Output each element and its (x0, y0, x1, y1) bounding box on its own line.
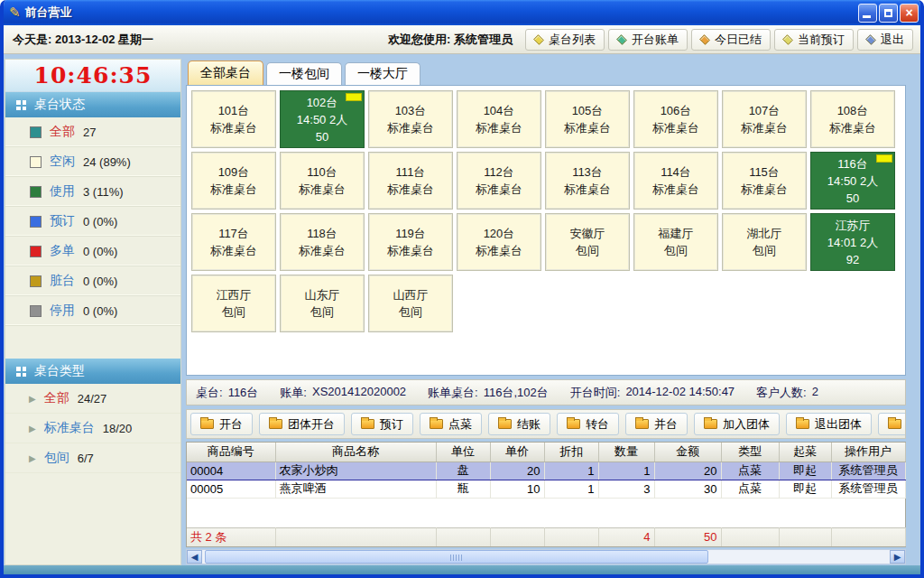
scroll-left-button[interactable]: ◀ (187, 550, 202, 564)
status-filter-item[interactable]: 全部 27 (5, 117, 180, 147)
type-filter-item[interactable]: ▶ 标准桌台 18/20 (5, 414, 180, 443)
table-cell[interactable]: 102台14:50 2人50 (280, 90, 365, 148)
table-cell[interactable]: 104台标准桌台 (457, 90, 541, 148)
action-button-label: 退出团体 (815, 416, 862, 433)
cell-serve: 即起 (779, 461, 831, 480)
info-button[interactable]: 今日已结 (691, 29, 771, 51)
table-cell[interactable]: 湖北厅包间 (722, 213, 807, 271)
action-button[interactable]: 取消账单 (878, 413, 906, 435)
info-button[interactable]: 退出 (857, 29, 913, 51)
table-cell[interactable]: 106台标准桌台 (633, 90, 718, 148)
minimize-button[interactable] (858, 4, 877, 23)
status-count: 27 (83, 126, 96, 139)
table-cell[interactable]: 120台标准桌台 (457, 213, 541, 271)
status-filter-item[interactable]: 使用 3 (11%) (5, 177, 180, 207)
scrollbar-track[interactable] (202, 550, 890, 564)
table-type-title: 桌台类型 (34, 363, 85, 379)
status-filter-item[interactable]: 多单 0 (0%) (5, 237, 180, 266)
status-filter-item[interactable]: 脏台 0 (0%) (5, 266, 180, 296)
table-cell[interactable]: 113台标准桌台 (545, 152, 630, 210)
table-cell[interactable]: 江苏厅14:01 2人92 (810, 213, 895, 271)
type-filter-item[interactable]: ▶ 全部 24/27 (5, 384, 180, 414)
order-row[interactable]: 00004 农家小炒肉 盘 20 1 1 20 点菜 即起 系统管理员 (187, 461, 905, 480)
scroll-right-button[interactable]: ▶ (890, 550, 905, 564)
table-cell[interactable]: 福建厅包间 (633, 213, 718, 271)
close-button[interactable]: × (900, 4, 919, 23)
sidebar: 10:46:35 桌台状态 全部 27 空闲 24 (89%) (5, 59, 181, 565)
status-filter-item[interactable]: 停用 0 (0%) (5, 296, 180, 326)
info-button[interactable]: 当前预订 (774, 29, 854, 51)
table-cell[interactable]: 108台标准桌台 (810, 90, 895, 148)
action-button[interactable]: 转台 (557, 413, 619, 435)
order-column-header[interactable]: 商品编号 (187, 443, 275, 461)
totals-blank (721, 527, 779, 546)
table-cell[interactable]: 119台标准桌台 (368, 213, 453, 271)
horizontal-scrollbar[interactable]: ◀ ▶ (186, 549, 906, 564)
table-cell[interactable]: 江西厅包间 (191, 275, 276, 332)
info-button[interactable]: 开台账单 (608, 29, 688, 51)
status-count: 0 (0%) (83, 245, 117, 258)
status-swatch-icon (30, 275, 42, 287)
table-status-title: 桌台状态 (34, 97, 85, 113)
order-column-header[interactable]: 类型 (721, 443, 779, 461)
action-button[interactable]: 结账 (488, 413, 550, 435)
status-filter-item[interactable]: 空闲 24 (89%) (5, 147, 180, 177)
action-button[interactable]: 开台 (190, 413, 253, 435)
order-column-header[interactable]: 数量 (598, 443, 654, 461)
order-column-header[interactable]: 单价 (490, 443, 544, 461)
table-cell[interactable]: 101台标准桌台 (191, 90, 276, 148)
cell-name: 燕京啤酒 (275, 480, 436, 498)
order-column-header[interactable]: 折扣 (544, 443, 598, 461)
status-count: 3 (11%) (83, 185, 124, 199)
app-window: ✎ 前台营业 × 今天是: 2013-12-02 星期一 欢迎您使用: 系统管理… (0, 0, 924, 578)
table-cell[interactable]: 109台标准桌台 (191, 152, 276, 210)
table-cell[interactable]: 110台标准桌台 (280, 152, 365, 210)
totals-blank (544, 527, 598, 546)
table-cell-text: 111台标准桌台 (369, 163, 452, 198)
status-filter-item[interactable]: 预订 0 (0%) (5, 207, 180, 237)
action-button[interactable]: 加入团体 (694, 413, 780, 435)
table-cell[interactable]: 安徽厅包间 (545, 213, 630, 271)
order-column-header[interactable]: 单位 (436, 443, 490, 461)
floor-tab[interactable]: 一楼大厅 (345, 62, 420, 85)
totals-blank (275, 527, 436, 546)
table-cell[interactable]: 山东厅包间 (280, 275, 365, 332)
floor-tab[interactable]: 全部桌台 (188, 61, 263, 85)
action-button[interactable]: 并台 (625, 413, 688, 435)
table-cell[interactable]: 山西厅包间 (368, 275, 453, 332)
order-column-header[interactable]: 金额 (654, 443, 721, 461)
order-row[interactable]: 00005 燕京啤酒 瓶 10 1 3 30 点菜 即起 系统管理员 (187, 480, 905, 498)
cell-price: 20 (490, 461, 544, 480)
scrollbar-thumb[interactable] (205, 550, 708, 564)
table-cell[interactable]: 117台标准桌台 (191, 213, 276, 271)
floor-tabs: 全部桌台 一楼包间 一楼大厅 (188, 61, 420, 85)
order-column-header[interactable]: 起菜 (779, 443, 831, 461)
info-button[interactable]: 桌台列表 (525, 29, 605, 51)
floor-tab[interactable]: 一楼包间 (266, 62, 342, 85)
order-column-header[interactable]: 商品名称 (275, 443, 436, 461)
action-button[interactable]: 点菜 (420, 413, 482, 435)
type-filter-item[interactable]: ▶ 包间 6/7 (5, 443, 180, 473)
table-cell[interactable]: 107台标准桌台 (722, 90, 807, 148)
action-button[interactable]: 预订 (351, 413, 413, 435)
action-button[interactable]: 团体开台 (259, 413, 345, 435)
table-cell[interactable]: 111台标准桌台 (368, 152, 453, 210)
table-cell[interactable]: 116台14:50 2人50 (810, 152, 895, 210)
table-list-icon (533, 34, 544, 45)
table-cell[interactable]: 118台标准桌台 (280, 213, 365, 271)
bill-status-value: XS201412020002 (312, 385, 406, 401)
action-button[interactable]: 退出团体 (786, 413, 872, 435)
table-cell-text: 湖北厅包间 (723, 225, 806, 259)
order-column-header[interactable]: 操作用户 (831, 443, 905, 461)
table-cell[interactable]: 105台标准桌台 (545, 90, 630, 148)
table-cell[interactable]: 112台标准桌台 (457, 152, 541, 210)
info-button-label: 开台账单 (632, 32, 679, 48)
maximize-button[interactable] (879, 4, 898, 23)
cell-code: 00005 (187, 480, 275, 498)
type-count: 6/7 (78, 452, 94, 465)
table-cell[interactable]: 114台标准桌台 (633, 152, 718, 210)
totals-blank (831, 527, 905, 546)
table-cell[interactable]: 103台标准桌台 (368, 90, 453, 148)
cell-code: 00004 (187, 461, 275, 480)
table-cell[interactable]: 115台标准桌台 (722, 152, 807, 210)
